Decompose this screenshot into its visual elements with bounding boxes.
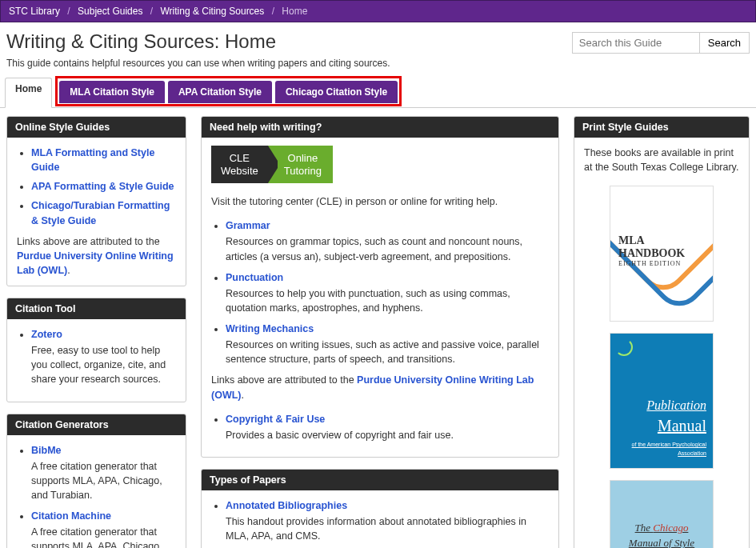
types-of-papers-box: Types of Papers Annotated Bibliographies… <box>201 469 559 548</box>
help-link[interactable]: Writing Mechanics <box>226 323 314 334</box>
tab-apa[interactable]: APA Citation Style <box>168 81 272 103</box>
print-style-guides-box: Print Style Guides These books are avail… <box>574 116 750 548</box>
intro-text: Visit the tutoring center (CLE) in perso… <box>211 194 549 209</box>
search-button[interactable]: Search <box>700 32 750 54</box>
paper-type-link[interactable]: Annotated Bibliographies <box>226 500 347 511</box>
box-title: Citation Tool <box>7 298 186 319</box>
citation-tool-box: Citation Tool Zotero Free, easy to use t… <box>6 298 186 402</box>
breadcrumb-item[interactable]: Writing & Citing Sources <box>160 6 264 17</box>
highlighted-tabs: MLA Citation Style APA Citation Style Ch… <box>55 76 402 106</box>
attribution: Links above are attributed to the Purdue… <box>211 373 549 402</box>
help-link[interactable]: Punctuation <box>226 272 283 283</box>
tutoring-badge[interactable]: CLEWebsite OnlineTutoring <box>211 146 549 183</box>
style-guide-link[interactable]: Chicago/Turabian Formatting & Style Guid… <box>31 200 170 226</box>
tool-desc: Free, easy to use tool to help you colle… <box>31 343 176 386</box>
chicago-book-cover[interactable]: The Chicago Manual of Style 16 <box>610 480 714 548</box>
tab-home[interactable]: Home <box>5 78 52 108</box>
tab-chicago[interactable]: Chicago Citation Style <box>275 81 398 103</box>
help-link[interactable]: Grammar <box>226 220 270 231</box>
generator-link[interactable]: BibMe <box>31 445 62 456</box>
breadcrumb-item[interactable]: Subject Guides <box>78 6 142 17</box>
online-style-guides-box: Online Style Guides MLA Formatting and S… <box>6 116 186 286</box>
box-title: Online Style Guides <box>7 117 186 138</box>
breadcrumb-item[interactable]: STC Library <box>9 6 60 17</box>
breadcrumb: STC Library / Subject Guides / Writing &… <box>0 0 756 22</box>
box-title: Need help with writing? <box>202 117 558 138</box>
breadcrumb-current: Home <box>282 6 307 17</box>
page-title: Writing & Citing Sources: Home <box>6 30 276 53</box>
copyright-link[interactable]: Copyright & Fair Use <box>226 414 325 425</box>
generator-link[interactable]: Citation Machine <box>31 510 111 522</box>
box-title: Types of Papers <box>202 470 558 490</box>
style-guide-link[interactable]: APA Formatting & Style Guide <box>31 181 174 192</box>
owl-link[interactable]: Purdue University Online Writing Lab (OW… <box>17 250 174 276</box>
apa-book-cover[interactable]: Publication Manual of the American Psych… <box>610 333 714 469</box>
attribution: Links above are attributed to the Purdue… <box>17 234 176 278</box>
zotero-link[interactable]: Zotero <box>31 329 62 340</box>
print-intro: These books are available in print at th… <box>584 146 739 174</box>
tab-bar: Home MLA Citation Style APA Citation Sty… <box>0 77 756 108</box>
search-input[interactable] <box>572 32 700 54</box>
style-guide-link[interactable]: MLA Formatting and Style Guide <box>31 147 154 173</box>
mla-book-cover[interactable]: MLA HANDBOOK EIGHTH EDITION <box>610 186 714 322</box>
citation-generators-box: Citation Generators BibMe A free citatio… <box>6 414 186 549</box>
need-help-box: Need help with writing? CLEWebsite Onlin… <box>201 116 559 458</box>
box-title: Citation Generators <box>7 414 186 435</box>
box-title: Print Style Guides <box>574 117 749 138</box>
tab-mla[interactable]: MLA Citation Style <box>59 81 165 103</box>
page-subtitle: This guide contains helpful resources yo… <box>6 58 750 69</box>
search-box: Search <box>572 32 750 54</box>
